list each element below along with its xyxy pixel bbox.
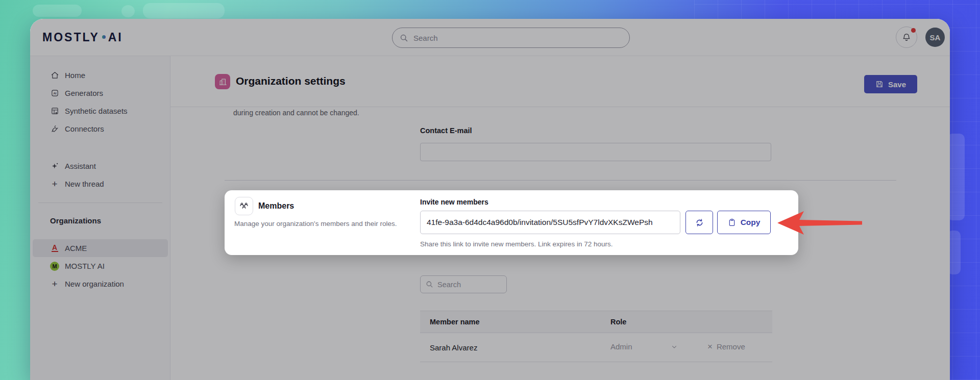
copy-link-button[interactable]: Copy [717, 211, 771, 234]
background-shape [947, 134, 965, 220]
invite-link-input[interactable] [420, 211, 680, 234]
copy-label: Copy [741, 218, 761, 227]
members-group-icon [235, 197, 253, 215]
members-card: Members Manage your organization's membe… [225, 190, 798, 255]
background-shape [121, 5, 135, 17]
pointer-arrow-icon [776, 210, 863, 236]
members-card-title: Members [258, 201, 294, 211]
background-shape [143, 3, 225, 18]
background-shape [33, 5, 82, 17]
share-link-hint: Share this link to invite new members. L… [420, 240, 612, 248]
invite-members-label: Invite new members [420, 198, 488, 206]
clipboard-icon [728, 218, 736, 226]
app-window: MOSTLYAI SA Home AI Generator [30, 19, 950, 380]
refresh-icon [695, 218, 704, 227]
members-card-description: Manage your organization's members and t… [234, 219, 410, 229]
refresh-link-button[interactable] [685, 211, 713, 234]
